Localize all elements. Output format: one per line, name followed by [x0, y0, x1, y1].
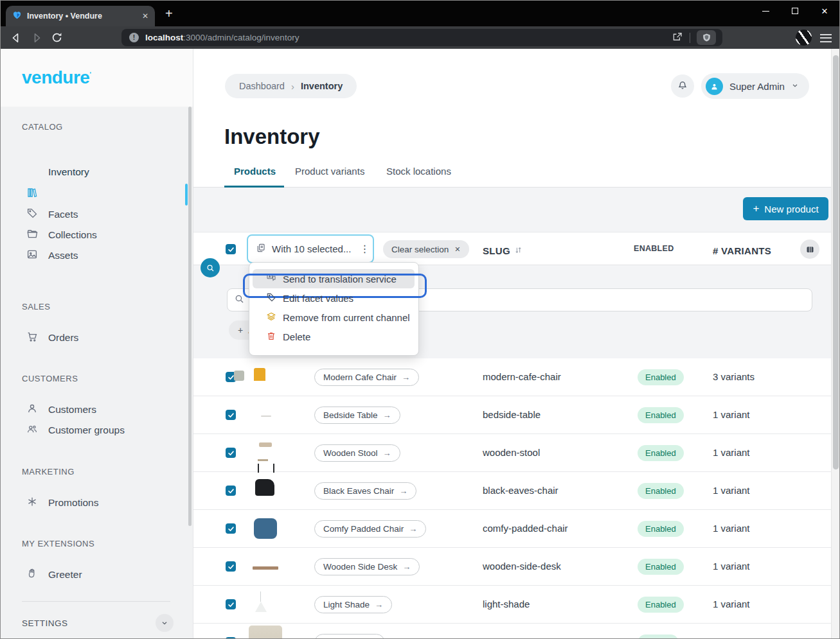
search-pointer-badge: [201, 258, 220, 277]
sidebar-item-greeter[interactable]: Greeter: [1, 565, 193, 585]
sidebar-item-inventory[interactable]: Inventory: [1, 184, 193, 204]
table-row[interactable]: Bedside Table→ bedside-table Enabled 1 v…: [193, 396, 840, 434]
table-row[interactable]: Wooden Side Desk→ wooden-side-desk Enabl…: [193, 548, 840, 586]
users-group-icon: [26, 423, 38, 437]
sidebar-item-customers[interactable]: Customers: [1, 399, 193, 420]
new-product-button[interactable]: + New product: [743, 197, 828, 220]
sidebar-item-facets[interactable]: Facets: [1, 204, 193, 225]
product-thumbnail[interactable]: [249, 626, 282, 639]
row-checkbox[interactable]: [226, 448, 236, 458]
menu-item-label: Send to translation service: [283, 274, 397, 284]
product-name-link[interactable]: Wooden Side Desk→: [314, 558, 420, 575]
user-icon: [26, 403, 38, 417]
product-name-link[interactable]: Comfy Padded Chair→: [314, 520, 426, 538]
menu-item-remove-from-channel[interactable]: Remove from current channel: [249, 308, 418, 327]
menu-item-delete[interactable]: Delete: [249, 327, 418, 346]
kebab-menu-icon[interactable]: ⋮: [359, 243, 370, 255]
close-icon[interactable]: ✕: [454, 245, 460, 254]
brave-shield-icon[interactable]: [697, 30, 716, 45]
row-checkbox[interactable]: [226, 561, 236, 572]
favicon-heart-icon: [12, 10, 22, 22]
row-checkbox[interactable]: [226, 523, 236, 534]
row-checkbox[interactable]: [226, 410, 236, 420]
sidebar-item-orders[interactable]: Orders: [1, 328, 193, 348]
layers-icon: [266, 311, 276, 324]
column-header-variants[interactable]: # VARIANTS: [713, 245, 771, 256]
browser-menu-icon[interactable]: [820, 31, 832, 44]
table-row[interactable]: Light Shade→ light-shade Enabled 1 varia…: [193, 586, 840, 624]
tab-product-variants[interactable]: Product variants: [295, 166, 364, 177]
arrow-right-icon: →: [383, 448, 391, 458]
with-selected-button[interactable]: With 10 selected... ⋮: [247, 234, 374, 263]
tab-close-icon[interactable]: ✕: [142, 12, 148, 21]
sidebar-item-label: Customer groups: [48, 425, 125, 436]
table-row[interactable]: Comfy Padded Chair→ comfy-padded-chair E…: [193, 510, 840, 548]
menu-item-edit-facet-values[interactable]: Edit facet values: [249, 288, 418, 308]
section-label-sales: SALES: [1, 302, 50, 311]
column-settings-button[interactable]: [800, 240, 819, 259]
product-name-link[interactable]: [314, 634, 385, 639]
row-checkbox[interactable]: [226, 486, 236, 496]
sidebar-item-label: Orders: [48, 332, 78, 344]
browser-tab[interactable]: Inventory • Vendure ✕: [6, 6, 155, 26]
vendure-logo[interactable]: vendure': [22, 67, 91, 88]
url-bar[interactable]: ! localhost:3000/admin/catalog/inventory: [121, 29, 722, 46]
breadcrumb-chevron-icon: ›: [291, 81, 294, 92]
table-row[interactable]: Black Eaves Chair→ black-eaves-chair Ena…: [193, 472, 840, 510]
url-host: localhost: [145, 33, 183, 42]
breadcrumb-dashboard[interactable]: Dashboard: [239, 81, 285, 91]
sidebar-section-settings[interactable]: SETTINGS: [22, 614, 174, 632]
close-button[interactable]: ✕: [810, 1, 839, 21]
tab-stock-locations[interactable]: Stock locations: [386, 166, 451, 177]
sidebar-item-collections[interactable]: Collections: [1, 225, 193, 245]
product-name-link[interactable]: Light Shade→: [314, 596, 392, 613]
sidebar-item-label: Customers: [48, 404, 96, 416]
table-row[interactable]: Wooden Stool→ wooden-stool Enabled 1 var…: [193, 434, 840, 472]
tag-icon: [266, 292, 276, 304]
url-path: :3000/admin/catalog/inventory: [183, 33, 299, 42]
maximize-button[interactable]: [780, 1, 810, 21]
product-name-link[interactable]: Modern Cafe Chair→: [314, 369, 419, 386]
sidebar-item-assets[interactable]: Assets: [1, 245, 193, 266]
status-badge: Enabled: [638, 369, 684, 385]
page-scrollbar[interactable]: [831, 49, 839, 639]
arrow-right-icon: →: [375, 600, 383, 609]
sidebar-item-customer-groups[interactable]: Customer groups: [1, 420, 193, 441]
product-name-link[interactable]: Bedside Table→: [314, 407, 400, 424]
reload-icon[interactable]: [51, 31, 63, 44]
products-panel: + New product With 10 selected... ⋮ Clea…: [193, 188, 840, 639]
sidebar-item-promotions[interactable]: Promotions: [1, 493, 193, 513]
column-header-slug[interactable]: SLUG: [483, 245, 523, 256]
product-slug: wooden-side-desk: [483, 561, 561, 572]
browser-profile-avatar[interactable]: [796, 30, 812, 46]
product-name-link[interactable]: Black Eaves Chair→: [314, 482, 416, 500]
status-badge: Enabled: [638, 483, 684, 499]
status-badge: Enabled: [638, 521, 684, 537]
table-row[interactable]: Modern Cafe Chair→ modern-cafe-chair Ena…: [193, 358, 840, 396]
page-scrollbar-thumb[interactable]: [833, 55, 839, 469]
forward-icon[interactable]: [30, 31, 43, 44]
select-all-checkbox[interactable]: [226, 244, 236, 254]
back-icon[interactable]: [10, 31, 22, 44]
chevron-down-icon[interactable]: [156, 614, 174, 632]
plus-icon: +: [238, 325, 243, 335]
site-info-icon[interactable]: !: [129, 33, 139, 42]
share-icon[interactable]: [672, 31, 683, 45]
minimize-button[interactable]: [751, 1, 780, 21]
column-header-enabled[interactable]: ENABLED: [634, 244, 674, 253]
table-row-partial[interactable]: [193, 624, 840, 639]
sidebar-scrollbar[interactable]: [188, 107, 192, 526]
sort-icon[interactable]: [514, 245, 523, 256]
breadcrumb[interactable]: Dashboard › Inventory: [225, 74, 357, 98]
product-name-link[interactable]: Wooden Stool→: [314, 444, 400, 462]
new-tab-button[interactable]: +: [165, 7, 173, 20]
hand-icon: [26, 568, 38, 582]
menu-item-send-to-translation[interactable]: Send to translation service: [253, 269, 415, 288]
browser-titlebar: Inventory • Vendure ✕ + ✕: [1, 1, 839, 26]
arrow-right-icon: →: [402, 372, 410, 382]
user-menu[interactable]: Super Admin: [701, 73, 809, 99]
clear-selection-button[interactable]: Clear selection ✕: [383, 240, 469, 258]
row-checkbox[interactable]: [226, 599, 236, 609]
notifications-button[interactable]: [671, 74, 694, 98]
tab-products[interactable]: Products: [234, 166, 276, 177]
